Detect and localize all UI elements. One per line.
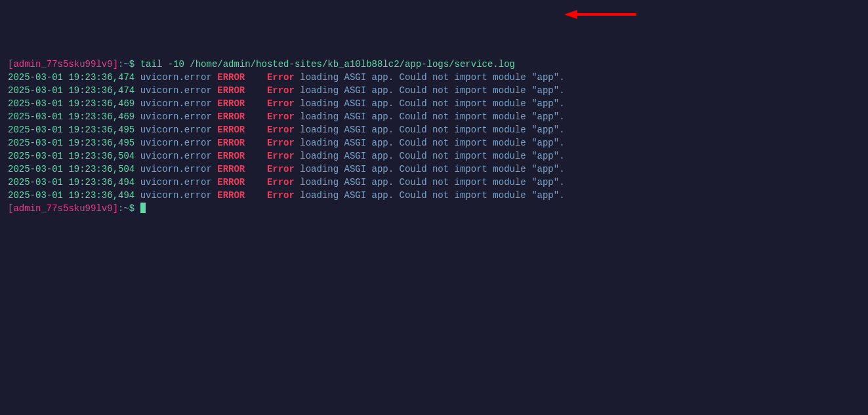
log-level: ERROR	[217, 151, 245, 161]
log-message: loading ASGI app. Could not import modul…	[295, 98, 565, 109]
svg-marker-1	[564, 10, 577, 19]
log-line: 2025-03-01 19:23:36,504 uvicorn.error ER…	[8, 163, 860, 176]
log-message: loading ASGI app. Could not import modul…	[295, 125, 565, 135]
log-line: 2025-03-01 19:23:36,495 uvicorn.error ER…	[8, 123, 860, 136]
log-message: loading ASGI app. Could not import modul…	[295, 177, 565, 188]
log-line: 2025-03-01 19:23:36,469 uvicorn.error ER…	[8, 97, 860, 110]
log-level: ERROR	[217, 138, 245, 148]
prompt-bracket-close: ]	[113, 203, 118, 214]
log-error-word: Error	[267, 138, 295, 148]
log-message: loading ASGI app. Could not import modul…	[295, 164, 565, 174]
command-line: [admin_77s5sku99lv9]:~$ tail -10 /home/a…	[8, 58, 860, 71]
log-timestamp: 2025-03-01 19:23:36,474	[8, 85, 134, 96]
prompt-separator: :~	[118, 59, 129, 69]
log-error-word: Error	[267, 98, 295, 109]
log-line: 2025-03-01 19:23:36,495 uvicorn.error ER…	[8, 136, 860, 149]
prompt-dollar: $	[129, 59, 134, 69]
log-level: ERROR	[217, 177, 245, 188]
log-error-word: Error	[267, 72, 295, 83]
log-logger: uvicorn.error	[140, 98, 212, 109]
arrow-annotation-icon	[564, 8, 636, 21]
log-error-word: Error	[267, 190, 295, 201]
log-logger: uvicorn.error	[140, 138, 212, 148]
log-level: ERROR	[217, 190, 245, 201]
log-timestamp: 2025-03-01 19:23:36,494	[8, 190, 134, 201]
cursor-icon	[140, 203, 146, 213]
log-message: loading ASGI app. Could not import modul…	[295, 138, 565, 148]
log-timestamp: 2025-03-01 19:23:36,495	[8, 125, 134, 135]
log-logger: uvicorn.error	[140, 164, 212, 174]
terminal-output[interactable]: [admin_77s5sku99lv9]:~$ tail -10 /home/a…	[8, 58, 860, 215]
prompt-separator: :~	[118, 203, 129, 214]
log-level: ERROR	[217, 98, 245, 109]
log-logger: uvicorn.error	[140, 111, 212, 122]
log-timestamp: 2025-03-01 19:23:36,469	[8, 111, 134, 122]
log-level: ERROR	[217, 85, 245, 96]
log-error-word: Error	[267, 85, 295, 96]
log-message: loading ASGI app. Could not import modul…	[295, 72, 565, 83]
log-timestamp: 2025-03-01 19:23:36,504	[8, 164, 134, 174]
log-message: loading ASGI app. Could not import modul…	[295, 190, 565, 201]
log-logger: uvicorn.error	[140, 72, 212, 83]
command-text: tail -10 /home/admin/hosted-sites/kb_a10…	[140, 59, 515, 69]
log-level: ERROR	[217, 125, 245, 135]
log-logger: uvicorn.error	[140, 177, 212, 188]
log-timestamp: 2025-03-01 19:23:36,504	[8, 151, 134, 161]
log-line: 2025-03-01 19:23:36,504 uvicorn.error ER…	[8, 149, 860, 163]
log-timestamp: 2025-03-01 19:23:36,494	[8, 177, 134, 188]
prompt-dollar: $	[129, 203, 134, 214]
log-logger: uvicorn.error	[140, 85, 212, 96]
log-line: 2025-03-01 19:23:36,494 uvicorn.error ER…	[8, 189, 860, 202]
log-logger: uvicorn.error	[140, 151, 212, 161]
prompt-user-host: admin_77s5sku99lv9	[13, 59, 112, 69]
log-line: 2025-03-01 19:23:36,474 uvicorn.error ER…	[8, 71, 860, 84]
log-error-word: Error	[267, 177, 295, 188]
prompt-line[interactable]: [admin_77s5sku99lv9]:~$	[8, 202, 860, 215]
log-logger: uvicorn.error	[140, 190, 212, 201]
log-error-word: Error	[267, 125, 295, 135]
log-message: loading ASGI app. Could not import modul…	[295, 151, 565, 161]
log-timestamp: 2025-03-01 19:23:36,474	[8, 72, 134, 83]
log-level: ERROR	[217, 111, 245, 122]
log-level: ERROR	[217, 164, 245, 174]
log-message: loading ASGI app. Could not import modul…	[295, 85, 565, 96]
prompt-user-host: admin_77s5sku99lv9	[13, 203, 112, 214]
log-line: 2025-03-01 19:23:36,494 uvicorn.error ER…	[8, 176, 860, 189]
prompt-bracket-close: ]	[113, 59, 118, 69]
log-message: loading ASGI app. Could not import modul…	[295, 111, 565, 122]
log-line: 2025-03-01 19:23:36,469 uvicorn.error ER…	[8, 110, 860, 123]
log-logger: uvicorn.error	[140, 125, 212, 135]
log-level: ERROR	[217, 72, 245, 83]
log-line: 2025-03-01 19:23:36,474 uvicorn.error ER…	[8, 84, 860, 97]
log-timestamp: 2025-03-01 19:23:36,495	[8, 138, 134, 148]
log-timestamp: 2025-03-01 19:23:36,469	[8, 98, 134, 109]
log-error-word: Error	[267, 164, 295, 174]
log-error-word: Error	[267, 111, 295, 122]
log-error-word: Error	[267, 151, 295, 161]
